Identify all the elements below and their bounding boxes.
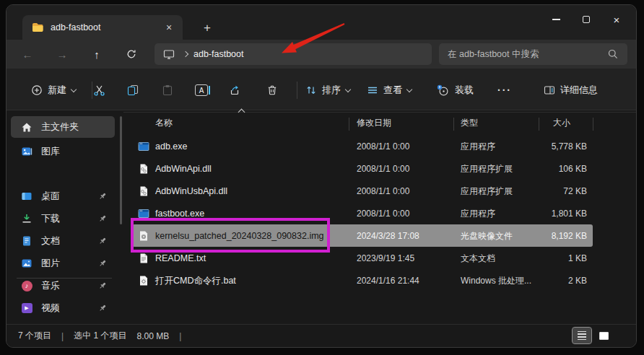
titlebar: adb-fastboot × + × <box>6 5 636 40</box>
column-divider[interactable] <box>349 118 349 131</box>
view-lines-icon <box>367 84 378 96</box>
sort-button-label: 排序 <box>322 84 341 97</box>
search-box <box>439 43 627 65</box>
file-name: 打开CMD命令行.bat <box>155 274 350 286</box>
column-divider[interactable] <box>539 118 539 131</box>
minimize-button[interactable] <box>541 8 571 31</box>
annotation-highlight-box <box>131 218 330 253</box>
file-name: AdbWinUsbApi.dll <box>155 186 350 196</box>
file-date: 2008/1/1 0:00 <box>357 141 454 152</box>
table-row-cmd-bat[interactable]: 打开CMD命令行.bat 2024/1/16 21:44 Windows 批处理… <box>132 269 593 292</box>
new-button-label: 新建 <box>48 84 66 97</box>
column-header-row: 名称 修改日期 类型 大小 <box>123 112 637 133</box>
file-explorer-window: adb-fastboot × + × ← → ↑ <box>6 4 637 348</box>
copy-icon <box>127 84 139 96</box>
refresh-button[interactable] <box>121 44 142 64</box>
column-header-size[interactable]: 大小 <box>553 117 570 129</box>
up-button[interactable]: ↑ <box>86 44 108 64</box>
sidebar-item-downloads[interactable]: 下载 <box>11 208 115 229</box>
new-tab-button[interactable]: + <box>199 19 216 37</box>
view-button[interactable]: 查看 <box>361 79 417 102</box>
file-type: 文本文档 <box>461 252 533 264</box>
chevron-down-icon <box>345 86 351 92</box>
sidebar-scrollbar[interactable] <box>120 116 122 224</box>
table-row-adb-exe[interactable]: adb.exe 2008/1/1 0:00 应用程序 5,778 KB <box>132 135 593 157</box>
sidebar-item-pictures[interactable]: 图片 <box>11 253 115 274</box>
mount-disc-icon <box>437 84 450 97</box>
new-button[interactable]: 新建 <box>25 79 82 102</box>
tab-close-icon[interactable]: × <box>161 19 177 35</box>
chevron-down-icon <box>406 86 412 92</box>
file-date: 2008/1/1 0:00 <box>357 186 454 196</box>
file-size: 8,192 KB <box>533 231 587 241</box>
paste-button[interactable] <box>156 79 179 102</box>
details-pane-button[interactable]: 详细信息 <box>538 79 604 102</box>
plus-circle-icon <box>31 84 43 96</box>
txt-file-icon <box>138 253 149 264</box>
file-type: 应用程序 <box>461 207 533 219</box>
table-row-adbwinapi-dll[interactable]: AdbWinApi.dll 2008/1/1 0:00 应用程序扩展 106 K… <box>132 157 593 180</box>
sidebar-item-label: 文档 <box>41 235 97 247</box>
command-toolbar: 新建 <box>6 69 636 110</box>
breadcrumb-folder[interactable]: adb-fastboot <box>193 49 244 59</box>
file-name: fastboot.exe <box>155 209 350 219</box>
desktop-icon <box>21 190 32 202</box>
column-header-name[interactable]: 名称 <box>155 117 173 129</box>
tab-adb-fastboot[interactable]: adb-fastboot × <box>22 15 183 40</box>
details-pane-label: 详细信息 <box>560 84 598 97</box>
more-options-button[interactable]: ··· <box>492 79 518 102</box>
refresh-icon <box>126 48 137 60</box>
cut-icon <box>93 84 105 97</box>
large-icons-view-toggle[interactable] <box>594 328 613 343</box>
column-header-type[interactable]: 类型 <box>461 117 478 129</box>
gallery-icon <box>21 146 32 157</box>
mount-button[interactable]: 装载 <box>431 79 479 102</box>
close-button[interactable]: × <box>601 8 632 31</box>
details-view-toggle[interactable] <box>573 328 591 343</box>
pin-icon <box>97 303 108 313</box>
videos-icon: ▶ <box>21 302 32 314</box>
window-controls: × <box>541 8 632 31</box>
minimize-icon <box>552 19 560 20</box>
sidebar-item-home[interactable]: 主文件夹 <box>11 116 115 138</box>
table-row-adbwinusbapi-dll[interactable]: AdbWinUsbApi.dll 2008/1/1 0:00 应用程序扩展 72… <box>132 180 593 202</box>
sort-icon <box>305 84 317 96</box>
cut-button[interactable] <box>87 79 111 102</box>
file-name: AdbWinApi.dll <box>155 164 350 174</box>
forward-button[interactable]: → <box>51 44 73 64</box>
copy-button[interactable] <box>121 79 144 102</box>
file-size: 2 KB <box>533 276 587 286</box>
column-divider[interactable] <box>593 118 593 131</box>
maximize-button[interactable] <box>571 8 601 31</box>
dll-file-icon <box>138 185 149 197</box>
column-header-date[interactable]: 修改日期 <box>357 117 391 129</box>
search-icon[interactable] <box>607 48 619 60</box>
sidebar-item-desktop[interactable]: 桌面 <box>11 185 115 207</box>
home-icon <box>21 121 32 133</box>
search-input[interactable] <box>439 49 607 59</box>
toolbar-divider <box>297 82 297 99</box>
rename-icon: A <box>195 84 208 96</box>
status-divider: | <box>61 331 64 341</box>
address-bar[interactable]: adb-fastboot <box>155 43 432 65</box>
sidebar-item-music[interactable]: ♪ 音乐 <box>11 275 115 297</box>
sidebar-item-gallery[interactable]: 图库 <box>11 141 115 162</box>
file-size: 5,778 KB <box>533 141 587 152</box>
pin-icon <box>97 236 108 246</box>
screenshot-stage: adb-fastboot × + × ← → ↑ <box>0 0 644 355</box>
sidebar-item-documents[interactable]: 文档 <box>11 230 115 252</box>
column-divider[interactable] <box>453 118 454 131</box>
share-button[interactable] <box>223 79 246 102</box>
mount-button-label: 装载 <box>455 84 474 97</box>
sort-button[interactable]: 排序 <box>300 79 356 102</box>
exe-file-icon <box>138 141 149 152</box>
pin-icon <box>97 258 108 268</box>
breadcrumb-chevron-icon <box>183 51 188 57</box>
view-button-label: 查看 <box>383 84 402 97</box>
sidebar-item-videos[interactable]: ▶ 视频 <box>11 297 115 319</box>
large-icons-view-icon <box>599 332 609 340</box>
rename-button[interactable]: A <box>189 79 214 102</box>
dll-file-icon <box>138 163 149 175</box>
back-button[interactable]: ← <box>17 44 38 64</box>
delete-button[interactable] <box>261 79 284 102</box>
